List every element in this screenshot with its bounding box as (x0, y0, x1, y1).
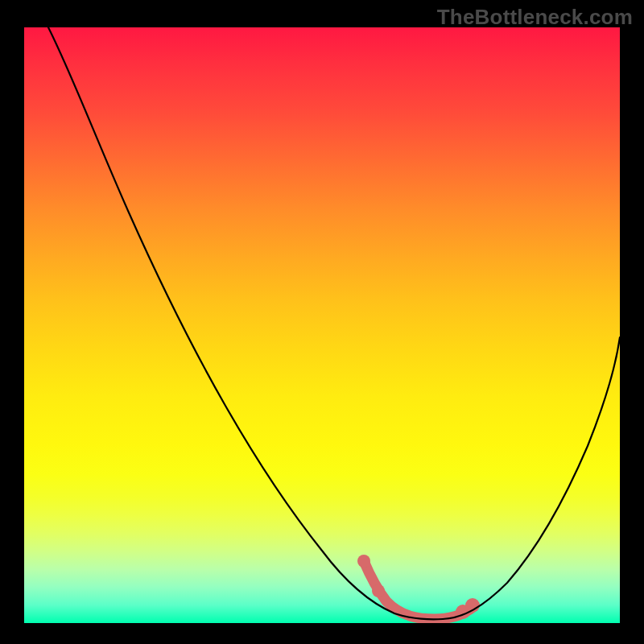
chart-stage: TheBottleneck.com (0, 0, 644, 644)
highlight-dot (465, 598, 480, 613)
highlight-dot (372, 584, 385, 597)
highlight-band (364, 561, 471, 619)
highlight-dot (357, 555, 370, 568)
plot-area (24, 27, 620, 623)
curve-left (48, 27, 443, 619)
bottleneck-curve (24, 27, 620, 623)
watermark-text: TheBottleneck.com (437, 5, 633, 30)
highlight-dot (456, 605, 470, 619)
curve-right (443, 337, 620, 619)
